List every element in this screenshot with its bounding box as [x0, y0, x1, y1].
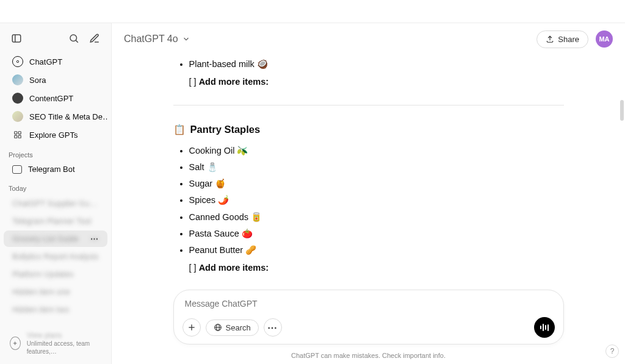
- composer-more-button[interactable]: ⋯: [264, 318, 282, 337]
- svg-rect-7: [15, 135, 17, 138]
- chatgpt-icon: [12, 56, 23, 67]
- list-item: Canned Goods 🥫: [189, 210, 564, 224]
- add-more-label: Add more items:: [199, 263, 269, 273]
- checkbox-marker: [ ]: [189, 263, 199, 273]
- search-button[interactable]: [65, 29, 83, 48]
- sidebar-nav-label: ContentGPT: [29, 94, 73, 103]
- chat-history-item[interactable]: Platform Updates: [4, 266, 107, 282]
- list-item: Peanut Butter 🥜: [189, 243, 564, 257]
- disclaimer-text: ChatGPT can make mistakes. Check importa…: [112, 348, 625, 364]
- new-chat-button[interactable]: [85, 29, 104, 48]
- chat-history-item[interactable]: Hidden item two: [4, 301, 107, 318]
- help-button[interactable]: ?: [605, 344, 619, 358]
- sidebar: ChatGPT Sora ContentGPT SEO Title & Meta…: [0, 23, 112, 364]
- sidebar-nav-sora[interactable]: Sora: [4, 71, 107, 88]
- web-search-button[interactable]: Search: [206, 319, 259, 336]
- svg-rect-5: [15, 132, 17, 134]
- divider: [173, 105, 564, 105]
- list-item: Pasta Sauce 🍅: [189, 227, 564, 241]
- list-top: Plant-based milk 🥥: [173, 57, 564, 71]
- upload-icon: [546, 35, 554, 43]
- svg-rect-0: [12, 35, 21, 42]
- add-more-row: [ ] Add more items:: [173, 75, 564, 89]
- sparkle-icon: ✦: [10, 337, 21, 350]
- message-input[interactable]: [182, 298, 555, 317]
- upgrade-subtitle: Unlimited access, team features,…: [27, 340, 101, 355]
- projects-label: Projects: [0, 144, 111, 161]
- chat-history-item[interactable]: Telegram Planner Tool: [4, 213, 107, 229]
- conversation-content[interactable]: Plant-based milk 🥥 [ ] Add more items: 📋…: [112, 55, 625, 290]
- sidebar-nav-label: Explore GPTs: [29, 130, 78, 140]
- sidebar-nav-contentgpt[interactable]: ContentGPT: [4, 90, 107, 107]
- scrollbar-thumb[interactable]: [620, 100, 624, 121]
- sidebar-nav-seo[interactable]: SEO Title & Meta De…: [4, 108, 107, 125]
- folder-icon: [12, 165, 22, 174]
- list-item: Plant-based milk 🥥: [189, 57, 564, 71]
- sidebar-nav-label: SEO Title & Meta De…: [29, 112, 107, 121]
- today-label: Today: [0, 177, 111, 194]
- sora-icon: [12, 74, 23, 85]
- voice-input-button[interactable]: [534, 317, 555, 338]
- chat-history-item[interactable]: Bollytics Report Analysis: [4, 248, 107, 265]
- project-item[interactable]: Telegram Bot: [4, 162, 107, 177]
- avatar[interactable]: MA: [596, 30, 613, 48]
- attach-button[interactable]: [182, 318, 201, 337]
- list-item: Sugar 🍯: [189, 177, 564, 191]
- chat-history-item[interactable]: Hidden item one: [4, 284, 107, 300]
- svg-rect-6: [18, 132, 21, 134]
- contentgpt-icon: [12, 93, 23, 104]
- pantry-heading-label: Pantry Staples: [190, 121, 261, 137]
- model-label: ChatGPT 4o: [124, 34, 178, 45]
- share-button[interactable]: Share: [536, 30, 588, 48]
- list-item: Cooking Oil 🫒: [189, 144, 564, 158]
- svg-point-2: [70, 35, 77, 41]
- svg-rect-8: [18, 135, 21, 138]
- collapse-sidebar-button[interactable]: [7, 29, 26, 48]
- sidebar-nav-label: Sora: [29, 76, 46, 85]
- chat-history-item-active[interactable]: Grocery List Guide ⋯: [4, 230, 107, 247]
- upgrade-plan-button[interactable]: ✦ View plans Unlimited access, team feat…: [5, 327, 106, 359]
- share-label: Share: [558, 35, 579, 44]
- project-item-label: Telegram Bot: [28, 165, 75, 174]
- composer: Search ⋯: [173, 290, 564, 344]
- sidebar-nav-explore[interactable]: Explore GPTs: [4, 126, 107, 143]
- chat-item-more-icon[interactable]: ⋯: [90, 234, 99, 243]
- list-item: Salt 🧂: [189, 160, 564, 174]
- seo-icon: [12, 111, 23, 122]
- pantry-heading: 📋 Pantry Staples: [173, 121, 564, 137]
- sidebar-nav-chatgpt[interactable]: ChatGPT: [4, 53, 107, 70]
- grid-icon: [12, 129, 23, 140]
- list-item: Spices 🌶️: [189, 193, 564, 207]
- add-more-row: [ ] Add more items:: [173, 261, 564, 275]
- upgrade-title: View plans: [27, 331, 101, 340]
- waveform-icon: [540, 324, 549, 331]
- globe-icon: [214, 323, 222, 332]
- search-label: Search: [226, 323, 251, 332]
- chat-history-item[interactable]: ChatGPT Supplier Guide: [4, 195, 107, 212]
- add-more-label: Add more items:: [199, 77, 269, 87]
- sidebar-nav-label: ChatGPT: [29, 57, 62, 66]
- pantry-list: Cooking Oil 🫒 Salt 🧂 Sugar 🍯 Spices 🌶️ C…: [173, 144, 564, 257]
- chevron-down-icon: [182, 35, 190, 43]
- checkbox-marker: [ ]: [189, 77, 199, 87]
- svg-line-3: [76, 40, 78, 42]
- model-switcher[interactable]: ChatGPT 4o: [124, 34, 190, 45]
- chat-item-label: Grocery List Guide: [12, 234, 78, 243]
- main-column: ChatGPT 4o Share MA Plant-based milk 🥥 […: [112, 23, 625, 364]
- notepad-icon: 📋: [173, 122, 186, 138]
- svg-point-4: [16, 60, 18, 62]
